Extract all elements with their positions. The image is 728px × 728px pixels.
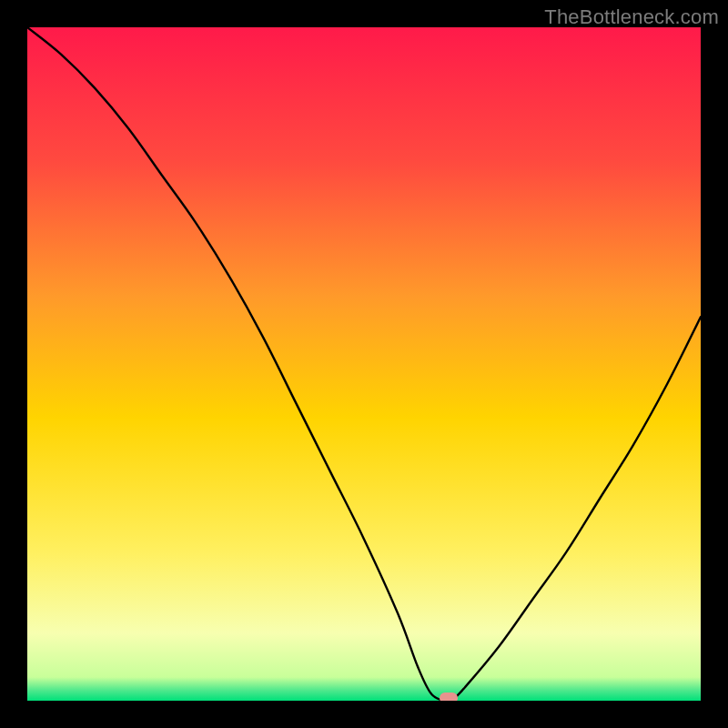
optimal-point-marker <box>440 693 458 701</box>
svg-rect-0 <box>27 27 701 701</box>
watermark-text: TheBottleneck.com <box>544 5 719 29</box>
gradient-background <box>27 27 701 701</box>
plot-area <box>27 27 701 701</box>
chart-frame: TheBottleneck.com <box>0 0 728 728</box>
